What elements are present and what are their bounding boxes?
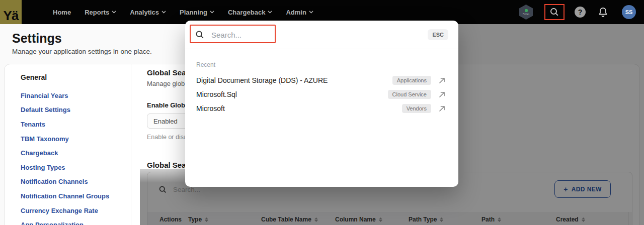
chevron-down-icon (309, 11, 313, 14)
navbar-search-button[interactable] (545, 5, 564, 20)
settings-sidebar: General Financial Years Default Settings… (5, 64, 131, 225)
modal-search-input[interactable] (211, 31, 428, 39)
sort-icon (440, 217, 443, 222)
main-menu: Home Reports Analytics Planning Chargeba… (53, 9, 313, 16)
open-arrow-icon[interactable] (438, 77, 446, 84)
sort-icon (582, 217, 585, 222)
esc-key-badge[interactable]: ESC (428, 29, 448, 40)
open-arrow-icon[interactable] (438, 105, 446, 113)
nav-item-chargeback[interactable]: Chargeback (228, 9, 272, 16)
page-subtitle: Manage your application settings in one … (12, 48, 152, 55)
help-button[interactable]: ? (575, 7, 586, 18)
result-category-badge: Cloud Service (388, 90, 431, 99)
plus-icon: + (564, 185, 568, 193)
page-title: Settings (12, 31, 62, 46)
nav-item-reports[interactable]: Reports (85, 9, 116, 16)
sidebar-item-tbm-taxonomy[interactable]: TBM Taxonomy (21, 132, 131, 146)
column-header-column-name[interactable]: Column Name (335, 216, 409, 223)
chevron-down-icon (268, 11, 272, 14)
result-category-badge: Applications (392, 76, 431, 85)
column-header-cube-table-name[interactable]: Cube Table Name (261, 216, 335, 223)
nav-item-analytics[interactable]: Analytics (130, 9, 166, 16)
sidebar-item-chargeback[interactable]: Chargeback (21, 146, 131, 160)
search-result-row[interactable]: Microsoft Vendors (185, 101, 458, 116)
sidebar-item-hosting-types[interactable]: Hosting Types (21, 160, 131, 175)
chevron-down-icon (210, 11, 214, 14)
sort-icon (498, 217, 501, 222)
sort-icon (205, 217, 208, 222)
sidebar-item-notification-channels[interactable]: Notification Channels (21, 175, 131, 189)
sidebar-item-currency-exchange-rate[interactable]: Currency Exchange Rate (21, 203, 131, 218)
nav-item-admin[interactable]: Admin (286, 9, 313, 16)
app-logo[interactable]: Yä (0, 0, 22, 24)
column-header-path[interactable]: Path (481, 216, 556, 223)
sidebar-item-default-settings[interactable]: Default Settings (21, 103, 131, 118)
sidebar-item-notification-channel-groups[interactable]: Notification Channel Groups (21, 189, 131, 203)
sidebar-section-title: General (21, 73, 131, 81)
result-name: Microsoft.Sql (196, 90, 388, 98)
search-icon (195, 30, 204, 39)
modal-search-row: ESC (185, 21, 458, 49)
search-result-row[interactable]: Microsoft.Sql Cloud Service (185, 87, 458, 101)
navbar-right-icons: FinOps ? SS (519, 0, 639, 24)
nav-item-home[interactable]: Home (53, 9, 71, 16)
finops-certification-badge-icon: FinOps (519, 5, 533, 20)
sidebar-item-financial-years[interactable]: Financial Years (21, 88, 131, 103)
result-name: Microsoft (196, 104, 402, 113)
sidebar-item-app-personalization[interactable]: App Personalization (21, 217, 131, 225)
result-category-badge: Vendors (402, 104, 431, 113)
search-icon (158, 185, 167, 194)
bell-icon (598, 7, 608, 18)
column-header-path-type[interactable]: Path Type (409, 216, 481, 223)
column-header-actions: Actions (159, 216, 188, 223)
modal-results: Recent Digital Document Storage (DDS) - … (185, 49, 458, 116)
user-avatar[interactable]: SS (622, 5, 636, 19)
chevron-down-icon (162, 11, 166, 14)
sort-icon (379, 217, 382, 222)
sort-icon (314, 217, 318, 222)
nav-item-planning[interactable]: Planning (180, 9, 214, 16)
question-icon: ? (578, 8, 583, 16)
annotation-red-box (544, 4, 565, 20)
column-header-type[interactable]: Type (188, 216, 261, 223)
global-search-modal: ESC Recent Digital Document Storage (DDS… (185, 21, 458, 187)
notifications-button[interactable] (598, 7, 608, 18)
table-column-divider (628, 212, 629, 225)
table-header-row: Actions Type Cube Table Name Column Name… (147, 212, 632, 225)
sidebar-item-tenants[interactable]: Tenants (21, 117, 131, 132)
recent-section-title: Recent (185, 61, 458, 68)
add-new-button[interactable]: + ADD NEW (554, 180, 611, 198)
column-header-created[interactable]: Created (556, 216, 628, 223)
search-result-row[interactable]: Digital Document Storage (DDS) - AZURE A… (185, 73, 458, 87)
chevron-down-icon (112, 11, 116, 14)
result-name: Digital Document Storage (DDS) - AZURE (196, 76, 392, 84)
open-arrow-icon[interactable] (438, 91, 446, 98)
